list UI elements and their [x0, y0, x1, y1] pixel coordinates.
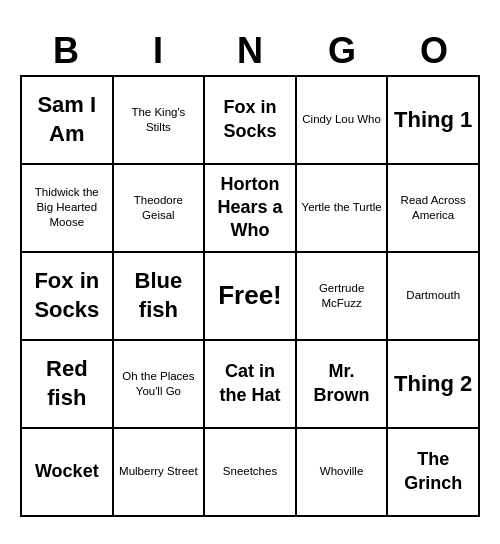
- bingo-cell: Cat in the Hat: [205, 341, 297, 429]
- bingo-cell: Sam I Am: [22, 77, 114, 165]
- header-letter: O: [388, 27, 480, 75]
- header-letter: N: [204, 27, 296, 75]
- bingo-cell: Horton Hears a Who: [205, 165, 297, 253]
- bingo-cell: Theodore Geisal: [114, 165, 206, 253]
- bingo-cell: Thing 1: [388, 77, 480, 165]
- header-letter: G: [296, 27, 388, 75]
- bingo-cell: Mr. Brown: [297, 341, 389, 429]
- bingo-cell: Yertle the Turtle: [297, 165, 389, 253]
- bingo-cell: The King's Stilts: [114, 77, 206, 165]
- bingo-cell: Fox in Socks: [22, 253, 114, 341]
- bingo-cell: Thing 2: [388, 341, 480, 429]
- bingo-cell: Fox in Socks: [205, 77, 297, 165]
- bingo-cell: Free!: [205, 253, 297, 341]
- bingo-cell: Cindy Lou Who: [297, 77, 389, 165]
- bingo-grid: Sam I AmThe King's StiltsFox in SocksCin…: [20, 75, 480, 517]
- header-letter: I: [112, 27, 204, 75]
- bingo-cell: Gertrude McFuzz: [297, 253, 389, 341]
- bingo-cell: The Grinch: [388, 429, 480, 517]
- bingo-cell: Thidwick the Big Hearted Moose: [22, 165, 114, 253]
- header-letter: B: [20, 27, 112, 75]
- bingo-cell: Dartmouth: [388, 253, 480, 341]
- bingo-cell: Red fish: [22, 341, 114, 429]
- bingo-cell: Mulberry Street: [114, 429, 206, 517]
- bingo-cell: Oh the Places You'll Go: [114, 341, 206, 429]
- bingo-header: BINGO: [20, 27, 480, 75]
- bingo-cell: Wocket: [22, 429, 114, 517]
- bingo-cell: Sneetches: [205, 429, 297, 517]
- bingo-card: BINGO Sam I AmThe King's StiltsFox in So…: [10, 17, 490, 527]
- bingo-cell: Whoville: [297, 429, 389, 517]
- bingo-cell: Read Across America: [388, 165, 480, 253]
- bingo-cell: Blue fish: [114, 253, 206, 341]
